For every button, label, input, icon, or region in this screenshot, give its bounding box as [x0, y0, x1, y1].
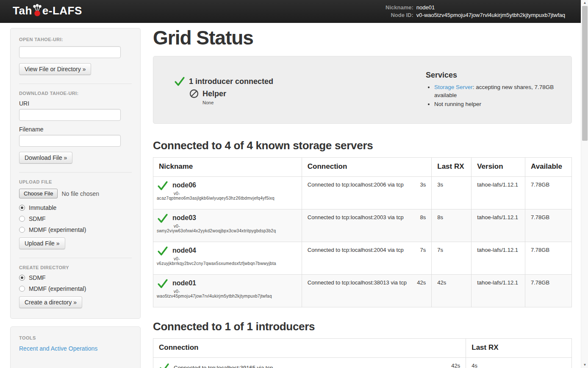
create-directory-button[interactable]: Create a directory »	[19, 296, 82, 308]
col-connection: Connection	[302, 158, 431, 177]
server-connection: Connected to tcp:localhost:2006 via tcp	[308, 181, 404, 188]
server-id-prefix: v0-	[174, 256, 298, 261]
open-uri-input[interactable]	[19, 46, 121, 58]
upload-file-button[interactable]: Upload File »	[19, 237, 65, 249]
open-uri-label: OPEN TAHOE-URI:	[19, 37, 132, 42]
server-version: tahoe-lafs/1.12.1	[472, 275, 525, 307]
col-last-rx: Last RX	[432, 158, 472, 177]
introducer-connection: Connected to tcp:localhost:39165 via tcp	[174, 365, 273, 368]
server-id-hash: swny2viyw63ofxwi4x2yykd2woqjbpx3cw34xtri…	[157, 229, 298, 233]
node-id-value: v0-wao5tzv45pmoju47jow7rvl4ukirjm5ytbh2k…	[416, 12, 565, 19]
download-uri-input[interactable]	[19, 109, 121, 121]
download-file-button[interactable]: Download File »	[19, 152, 72, 164]
node-info: Nickname: node01 Node ID: v0-wao5tzv45pm…	[386, 4, 565, 19]
helper-value: None	[202, 100, 426, 105]
service-helper-item: Not running helper	[434, 100, 561, 108]
open-uri-section: OPEN TAHOE-URI: View File or Directory »	[19, 30, 132, 84]
tahoe-lafs-logo: Tah e-LAFS	[13, 4, 82, 19]
server-connected-check-icon	[157, 180, 169, 191]
create-directory-label: CREATE DIRECTORY	[19, 265, 132, 270]
main-content: Grid Status 1 introducer connected Helpe…	[153, 23, 572, 368]
scrollbar-up-arrow-icon[interactable]: ▲	[581, 0, 588, 6]
helper-title: Helper	[202, 89, 226, 98]
server-connected-check-icon	[157, 245, 169, 256]
nickname-value: node01	[416, 4, 565, 11]
introducers-heading: Connected to 1 of 1 introducers	[153, 320, 572, 333]
view-file-button[interactable]: View File or Directory »	[19, 63, 91, 75]
services-block: Services Storage Server: accepting new s…	[426, 68, 561, 112]
table-row: node04 v0- v6zuyjkbrrkqy2bvc2cny7qwax5sx…	[153, 242, 572, 275]
no-helper-icon	[189, 89, 199, 99]
server-connection: Connected to tcp:localhost:38013 via tcp	[308, 279, 407, 286]
server-last-rx: 7s	[432, 242, 472, 275]
server-id-prefix: v0-	[174, 289, 298, 294]
radio-mdmf-upload[interactable]: MDMF (experimental)	[19, 226, 132, 233]
radio-sdmf-upload-icon[interactable]	[19, 216, 25, 222]
service-storage-item: Storage Server: accepting new shares, 7.…	[434, 83, 561, 99]
logo-text-post: e-LAFS	[42, 5, 82, 16]
server-last-rx: 3s	[432, 177, 472, 209]
table-row: Connected to tcp:localhost:39165 via tcp…	[153, 358, 572, 368]
table-row: node06 v0- acaz7qptmeo6m3asjlgkb6iwlyuqe…	[153, 177, 572, 209]
table-row: node03 v0- swny2viyw63ofxwi4x2yykd2woqjb…	[153, 209, 572, 242]
introducers-table: Connection Last RX Connected to tcp:loca…	[153, 338, 572, 368]
no-file-chosen-text: No file chosen	[61, 190, 99, 197]
server-id-prefix: v0-	[174, 224, 298, 229]
introducer-connected-check-icon	[174, 76, 186, 87]
table-row: node01 v0- wao5tzv45pmoju47jow7rvl4ukirj…	[153, 275, 572, 307]
radio-sdmf-mkdir-icon[interactable]	[19, 275, 25, 281]
upload-file-section: UPLOAD FILE Choose File No file chosen I…	[19, 172, 132, 258]
server-last-rx: 42s	[432, 275, 472, 307]
radio-immutable-icon[interactable]	[19, 205, 25, 211]
radio-sdmf-mkdir[interactable]: SDMF	[19, 274, 132, 281]
download-uri-label: DOWNLOAD TAHOE-URI:	[19, 91, 132, 96]
download-filename-input[interactable]	[19, 135, 121, 147]
radio-sdmf-upload[interactable]: SDMF	[19, 215, 132, 222]
radio-immutable[interactable]: Immutable	[19, 204, 132, 211]
tools-section: TOOLS Recent and Active Operations	[19, 329, 132, 361]
col-version: Version	[472, 158, 525, 177]
server-nickname: node03	[172, 213, 196, 222]
download-uri-section: DOWNLOAD TAHOE-URI: URI Filename Downloa…	[19, 84, 132, 172]
vertical-scrollbar[interactable]: ▲ ▼	[581, 0, 588, 368]
col-nickname: Nickname	[153, 158, 302, 177]
upload-file-label: UPLOAD FILE	[19, 179, 132, 184]
server-version: tahoe-lafs/1.12.1	[472, 242, 525, 275]
server-available: 7.78GB	[525, 242, 572, 275]
radio-mdmf-upload-icon[interactable]	[19, 227, 25, 233]
server-connection: Connected to tcp:localhost:2003 via tcp	[308, 214, 404, 220]
server-connection-time: 8s	[420, 214, 426, 220]
server-last-rx: 8s	[432, 209, 472, 242]
server-id-hash: v6zuyjkbrrkqy2bvc2cny7qwax5sxumedsxfzfjw…	[157, 261, 298, 266]
server-id-hash: wao5tzv45pmoju47jow7rvl4ukirjm5ytbh2kjty…	[157, 294, 298, 298]
server-connection-time: 42s	[417, 279, 426, 286]
server-connected-check-icon	[157, 213, 169, 224]
col-intro-last-rx: Last RX	[466, 339, 572, 358]
introducer-last-rx: 4s	[466, 358, 572, 368]
radio-mdmf-mkdir[interactable]: MDMF (experimental)	[19, 285, 132, 292]
recent-operations-link[interactable]: Recent and Active Operations	[19, 345, 97, 352]
sidebar-forms-panel: OPEN TAHOE-URI: View File or Directory »…	[10, 28, 141, 319]
server-nickname: node01	[172, 278, 196, 287]
server-available: 7.78GB	[525, 209, 572, 242]
sidebar: OPEN TAHOE-URI: View File or Directory »…	[10, 28, 141, 368]
introducer-check-icon	[159, 362, 170, 368]
radio-mdmf-mkdir-icon[interactable]	[19, 286, 25, 292]
choose-file-button[interactable]: Choose File	[19, 189, 58, 198]
nickname-label: Nickname:	[386, 4, 413, 11]
scrollbar-thumb[interactable]	[582, 6, 588, 141]
tools-label: TOOLS	[19, 335, 132, 340]
server-connection-time: 3s	[420, 181, 426, 188]
status-summary: 1 introducer connected Helper None	[174, 68, 426, 112]
server-id-prefix: v0-	[174, 191, 298, 196]
server-nickname: node06	[172, 180, 196, 189]
uri-field-label: URI	[19, 100, 132, 107]
top-navbar: Tah e-LAFS Nickname: node01 Node ID: v0-…	[0, 0, 588, 23]
storage-server-link[interactable]: Storage Server	[434, 84, 473, 90]
tools-panel: TOOLS Recent and Active Operations	[10, 326, 141, 368]
server-connection-time: 7s	[420, 247, 426, 253]
scrollbar-down-arrow-icon[interactable]: ▼	[581, 362, 588, 368]
storage-servers-table: Nickname Connection Last RX Version Avai…	[153, 157, 572, 307]
services-title: Services	[426, 71, 561, 80]
filename-field-label: Filename	[19, 126, 132, 133]
